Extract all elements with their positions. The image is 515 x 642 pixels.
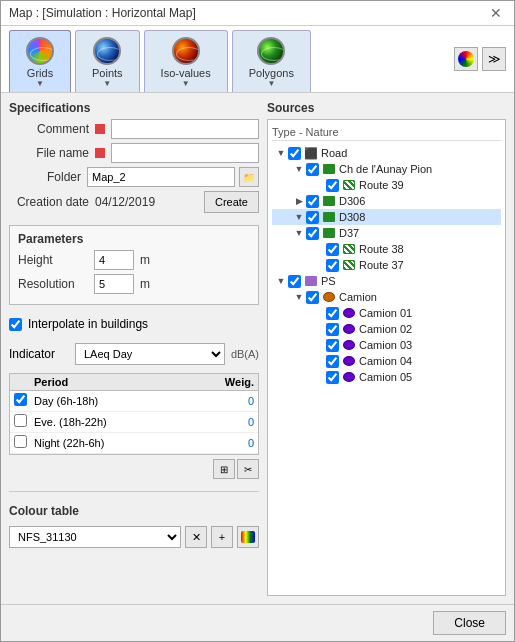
create-button[interactable]: Create — [204, 191, 259, 213]
camion03-checkbox[interactable] — [326, 339, 339, 352]
camion-grp-arrow-icon[interactable]: ▼ — [292, 292, 306, 302]
isovalues-arrow-icon: ▼ — [182, 79, 190, 88]
camion05-checkbox[interactable] — [326, 371, 339, 384]
points-label: Points — [92, 67, 123, 79]
comment-input[interactable] — [111, 119, 259, 139]
camion02-checkbox[interactable] — [326, 323, 339, 336]
period-row-day: Day (6h-18h) 0 — [10, 391, 258, 412]
filename-input[interactable] — [111, 143, 259, 163]
camion-grp-checkbox[interactable] — [306, 291, 319, 304]
tree-item-d37[interactable]: ▼ D37 — [272, 225, 501, 241]
tree-item-road[interactable]: ▼ ⬛ Road — [272, 145, 501, 161]
toolbar-color-button[interactable] — [454, 47, 478, 71]
palette-icon — [241, 531, 255, 543]
road-icon: ⬛ — [303, 146, 319, 160]
camion-grp-label: Camion — [339, 291, 377, 303]
tree-item-route39[interactable]: Route 39 — [272, 177, 501, 193]
sources-title: Sources — [267, 101, 506, 115]
ps-icon — [303, 274, 319, 288]
toolbar-isovalues-button[interactable]: Iso-values ▼ — [144, 30, 228, 92]
colour-edit-button[interactable] — [237, 526, 259, 548]
toolbar-expand-button[interactable]: ≫ — [482, 47, 506, 71]
filename-row: File name — [9, 143, 259, 163]
period-night-checkbox[interactable] — [14, 435, 27, 448]
d308-checkbox[interactable] — [306, 211, 319, 224]
toolbar: Grids ▼ Points ▼ Iso-values ▼ Polygons ▼… — [1, 26, 514, 93]
road-arrow-icon[interactable]: ▼ — [274, 148, 288, 158]
toolbar-polygons-button[interactable]: Polygons ▼ — [232, 30, 311, 92]
camion04-checkbox[interactable] — [326, 355, 339, 368]
toolbar-right: ≫ — [454, 30, 506, 92]
d306-icon — [321, 194, 337, 208]
ch-aunay-arrow-icon[interactable]: ▼ — [292, 164, 306, 174]
tree-item-d306[interactable]: ▶ D306 — [272, 193, 501, 209]
tree-item-camion-group[interactable]: ▼ Camion — [272, 289, 501, 305]
period-check-col-header — [14, 376, 34, 388]
route37-checkbox[interactable] — [326, 259, 339, 272]
d306-arrow-icon[interactable]: ▶ — [292, 196, 306, 206]
sources-header: Type - Nature — [272, 124, 501, 141]
d306-checkbox[interactable] — [306, 195, 319, 208]
footer: Close — [1, 604, 514, 641]
interpolate-checkbox[interactable] — [9, 318, 22, 331]
copy-icon: ⊞ — [220, 464, 228, 475]
road-checkbox[interactable] — [288, 147, 301, 160]
camion04-label: Camion 04 — [359, 355, 412, 367]
specifications-label: Specifications — [9, 101, 259, 115]
resolution-label: Resolution — [18, 277, 88, 291]
main-window: Map : [Simulation : Horizontal Map] ✕ Gr… — [0, 0, 515, 642]
toolbar-grids-button[interactable]: Grids ▼ — [9, 30, 71, 92]
specifications-section: Specifications Comment File name Folder — [9, 101, 259, 217]
tree-item-ch-aunay[interactable]: ▼ Ch de l'Aunay Pion — [272, 161, 501, 177]
sources-box[interactable]: Type - Nature ▼ ⬛ Road ▼ Ch de l'Aunay P… — [267, 119, 506, 596]
ps-checkbox[interactable] — [288, 275, 301, 288]
tree-item-camion02[interactable]: Camion 02 — [272, 321, 501, 337]
interpolate-row: Interpolate in buildings — [9, 317, 259, 331]
weight-col-header: Weig. — [214, 376, 254, 388]
d37-arrow-icon[interactable]: ▼ — [292, 228, 306, 238]
colour-delete-button[interactable]: ✕ — [185, 526, 207, 548]
period-day-checkbox[interactable] — [14, 393, 27, 406]
polygons-arrow-icon: ▼ — [267, 79, 275, 88]
tree-item-camion04[interactable]: Camion 04 — [272, 353, 501, 369]
close-button[interactable]: Close — [433, 611, 506, 635]
colour-select[interactable]: NFS_31130 — [9, 526, 181, 548]
d308-arrow-icon[interactable]: ▼ — [292, 212, 306, 222]
tree-item-route38[interactable]: Route 38 — [272, 241, 501, 257]
creation-date-value: 04/12/2019 — [95, 195, 198, 209]
period-eve-checkbox[interactable] — [14, 414, 27, 427]
window-close-button[interactable]: ✕ — [486, 5, 506, 21]
tree-item-route37[interactable]: Route 37 — [272, 257, 501, 273]
colour-section: Colour table NFS_31130 ✕ + — [9, 504, 259, 548]
creation-date-label: Creation date — [9, 195, 89, 209]
left-panel: Specifications Comment File name Folder — [9, 101, 259, 596]
folder-input[interactable] — [87, 167, 235, 187]
tree-item-camion01[interactable]: Camion 01 — [272, 305, 501, 321]
colour-add-button[interactable]: + — [211, 526, 233, 548]
parameters-label: Parameters — [18, 232, 250, 246]
toolbar-points-button[interactable]: Points ▼ — [75, 30, 140, 92]
camion-grp-icon — [321, 290, 337, 304]
table-copy-button[interactable]: ⊞ — [213, 459, 235, 479]
colour-divider — [9, 491, 259, 492]
route39-checkbox[interactable] — [326, 179, 339, 192]
camion01-checkbox[interactable] — [326, 307, 339, 320]
paste-icon: ✂ — [244, 464, 252, 475]
height-input[interactable] — [94, 250, 134, 270]
tree-item-ps[interactable]: ▼ PS — [272, 273, 501, 289]
ps-arrow-icon[interactable]: ▼ — [274, 276, 288, 286]
indicator-select[interactable]: LAeq Day LAeq Night Lden — [75, 343, 225, 365]
folder-row: Folder 📁 — [9, 167, 259, 187]
route38-checkbox[interactable] — [326, 243, 339, 256]
tree-item-camion05[interactable]: Camion 05 — [272, 369, 501, 385]
period-row-eve: Eve. (18h-22h) 0 — [10, 412, 258, 433]
table-paste-button[interactable]: ✂ — [237, 459, 259, 479]
folder-browse-button[interactable]: 📁 — [239, 167, 259, 187]
resolution-input[interactable] — [94, 274, 134, 294]
tree-item-d308[interactable]: ▼ D308 — [272, 209, 501, 225]
ch-aunay-checkbox[interactable] — [306, 163, 319, 176]
tree-item-camion03[interactable]: Camion 03 — [272, 337, 501, 353]
route39-icon — [341, 178, 357, 192]
d37-checkbox[interactable] — [306, 227, 319, 240]
camion01-label: Camion 01 — [359, 307, 412, 319]
